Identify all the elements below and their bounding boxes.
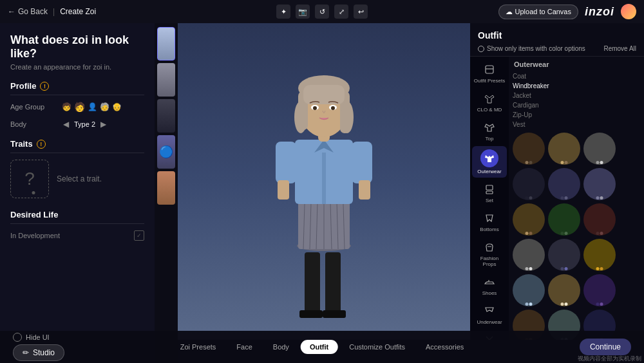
category-set[interactable]: Set <box>472 179 507 207</box>
thumb-item-4[interactable]: 🔵 <box>157 135 175 169</box>
outfit-item-11[interactable] <box>583 239 616 271</box>
pencil-icon: ✏ <box>23 348 29 357</box>
age-child-icon[interactable]: 🧒 <box>62 102 71 111</box>
item-color-dots-11 <box>596 267 603 270</box>
body-next-button[interactable]: ▶ <box>99 118 108 130</box>
traits-section: Traits ! ? Select a trait. <box>10 139 144 198</box>
outfit-item-1[interactable] <box>548 133 580 165</box>
category-sidebar: Outfit Presets CLO & MD Top Outerwear <box>470 57 509 340</box>
category-clo-md[interactable]: CLO & MD <box>472 88 507 116</box>
thumb-item-3[interactable] <box>157 99 175 133</box>
outfit-item-2[interactable] <box>583 133 616 165</box>
user-avatar[interactable] <box>621 4 636 19</box>
upload-canvas-button[interactable]: ☁ Upload to Canvas <box>498 5 578 19</box>
svg-rect-17 <box>352 142 372 183</box>
header-right: ☁ Upload to Canvas inzoi <box>498 4 636 19</box>
set-icon <box>482 182 497 196</box>
trait-dot <box>32 191 35 194</box>
category-top[interactable]: Top <box>472 117 507 145</box>
nav-tab-customize-outfits[interactable]: Customize Outfits <box>340 340 414 354</box>
outfit-item-4[interactable] <box>548 168 580 200</box>
svg-point-26 <box>294 101 307 133</box>
hide-ui-label: Hide UI <box>26 333 50 341</box>
item-color-dots-4 <box>561 196 568 200</box>
age-group-selector[interactable]: 🧒 🧑 👤 🧓 👴 <box>62 102 122 112</box>
age-teen-icon[interactable]: 🧑 <box>74 102 85 112</box>
body-prev-button[interactable]: ◀ <box>62 118 70 130</box>
nav-tab-outfit[interactable]: Outfit <box>301 340 337 354</box>
category-underwear[interactable]: Underwear <box>472 301 507 328</box>
outfit-item-8[interactable] <box>583 203 616 236</box>
top-icon <box>482 120 497 135</box>
studio-button[interactable]: ✏ Studio <box>13 344 64 361</box>
subcategory-windbreaker[interactable]: Windbreaker <box>513 82 640 90</box>
category-fashion-props[interactable]: Fashion Props <box>472 237 507 270</box>
undo-icon[interactable]: ↩ <box>354 5 368 19</box>
desired-life-value: In Development <box>10 232 60 239</box>
thumb-item-2[interactable] <box>157 63 175 97</box>
expand-icon[interactable]: ⤢ <box>334 5 348 19</box>
svg-rect-35 <box>486 191 493 194</box>
category-outfit-presets[interactable]: Outfit Presets <box>472 59 507 87</box>
trait-slot[interactable]: ? <box>10 160 49 198</box>
subcategory-vest[interactable]: Vest <box>513 120 640 129</box>
svg-rect-19 <box>359 180 370 200</box>
outfit-item-6[interactable] <box>513 203 545 236</box>
nav-tab-zoi-presets[interactable]: Zoi Presets <box>171 340 225 354</box>
category-bottoms[interactable]: Bottoms <box>472 208 507 236</box>
item-color-dots-10 <box>561 267 568 270</box>
trait-selector-row: ? Select a trait. <box>10 160 144 198</box>
category-shoes[interactable]: Shoes <box>472 272 507 299</box>
trait-question-mark: ? <box>24 170 35 188</box>
outfit-item-0[interactable] <box>513 133 545 165</box>
refresh-icon[interactable]: ↺ <box>315 5 329 19</box>
subcategory-coat[interactable]: Coat <box>513 72 640 80</box>
desired-life-check[interactable]: ✓ <box>134 230 144 241</box>
item-color-dots-7 <box>561 232 568 235</box>
outfit-item-13[interactable] <box>548 274 580 306</box>
age-group-label: Age Group <box>10 103 62 111</box>
nav-tab-face[interactable]: Face <box>227 340 261 354</box>
age-adult-icon[interactable]: 👤 <box>88 102 97 111</box>
page-title: What does zoi in look like? <box>10 33 144 60</box>
category-outerwear[interactable]: Outerwear <box>472 146 507 178</box>
item-color-dots-0 <box>526 161 533 164</box>
camera-icon[interactable]: 📷 <box>296 5 310 19</box>
thumb-item-5[interactable] <box>157 171 175 205</box>
subcategory-jacket[interactable]: Jacket <box>513 91 640 100</box>
hide-ui-circle <box>13 333 22 342</box>
outfit-item-14[interactable] <box>583 274 616 306</box>
item-color-dots-13 <box>561 302 568 306</box>
create-zoi-label: Create Zoi <box>60 7 96 16</box>
age-elder-icon[interactable]: 🧓 <box>100 102 109 111</box>
desired-life-section: Desired Life In Development ✓ <box>10 210 144 241</box>
thumb-item-1[interactable] <box>157 27 175 60</box>
outfit-item-9[interactable] <box>513 239 545 271</box>
hide-ui-toggle[interactable]: Hide UI <box>13 333 50 342</box>
show-color-option[interactable]: Show only items with color options <box>478 45 585 52</box>
bottoms-icon <box>482 211 497 225</box>
outfit-item-10[interactable] <box>548 239 580 271</box>
outfit-item-3[interactable] <box>513 168 545 200</box>
body-label: Body <box>10 120 62 128</box>
remove-all-button[interactable]: Remove All <box>603 45 636 52</box>
upload-icon: ☁ <box>506 8 513 16</box>
subcategory-cardigan[interactable]: Cardigan <box>513 101 640 109</box>
separator: | <box>53 7 55 16</box>
shoes-icon <box>482 275 497 289</box>
outfit-item-12[interactable] <box>513 274 545 306</box>
show-color-radio[interactable] <box>478 46 484 52</box>
subcategory-zipup[interactable]: Zip-Up <box>513 111 640 119</box>
nav-tab-accessories[interactable]: Accessories <box>417 340 473 354</box>
outfit-presets-label: Outfit Presets <box>474 78 505 84</box>
nav-tab-body[interactable]: Body <box>264 340 298 354</box>
back-button[interactable]: ← Go Back <box>8 7 48 16</box>
age-senior-icon[interactable]: 👴 <box>112 102 122 111</box>
inzoi-logo: inzoi <box>585 5 614 19</box>
tool-icon-1[interactable]: ✦ <box>276 5 290 19</box>
outfit-item-5[interactable] <box>583 168 616 200</box>
outfit-item-7[interactable] <box>548 203 580 236</box>
svg-rect-16 <box>276 142 296 183</box>
svg-rect-3 <box>323 310 346 318</box>
continue-button[interactable]: Continue <box>580 339 631 355</box>
